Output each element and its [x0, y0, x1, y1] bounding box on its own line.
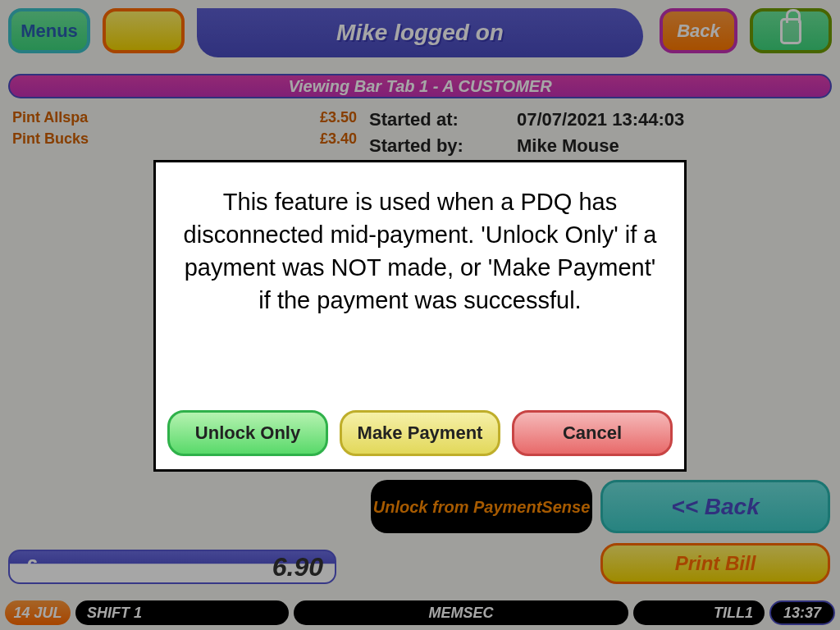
cancel-button[interactable]: Cancel	[512, 410, 673, 456]
pdq-modal: This feature is used when a PDQ has disc…	[153, 160, 687, 472]
modal-message: This feature is used when a PDQ has disc…	[176, 185, 664, 317]
make-payment-button[interactable]: Make Payment	[340, 410, 500, 456]
unlock-only-button[interactable]: Unlock Only	[167, 410, 328, 456]
